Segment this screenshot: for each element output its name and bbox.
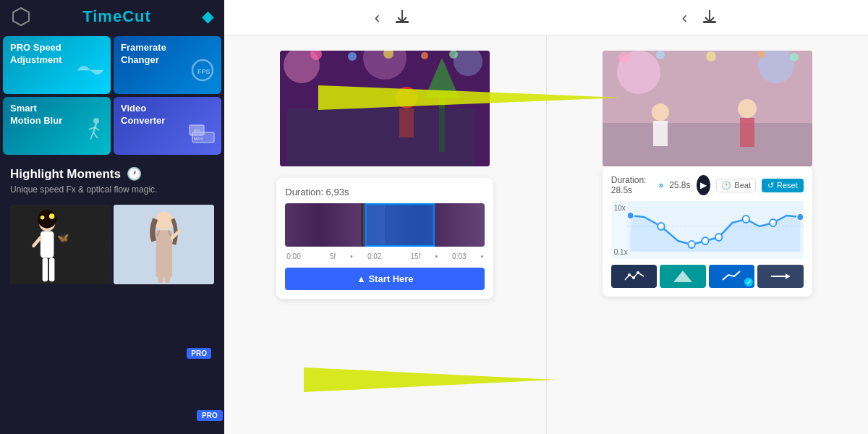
- main-content: ‹ ‹: [224, 0, 868, 434]
- svg-marker-79: [673, 271, 692, 282]
- svg-point-62: [706, 51, 716, 61]
- feature-icon-smart-blur: [76, 115, 105, 149]
- speed-duration-label: Duration: 28.5s: [611, 175, 653, 195]
- svg-rect-18: [49, 258, 54, 282]
- app-title: TimeCut: [82, 7, 151, 26]
- feature-icon-pro-speed: [76, 58, 105, 88]
- speed-editor: Duration: 28.5s » 25.8s ▶ 🕐 Beat ↺ Reset: [603, 166, 812, 297]
- highlight-image-left: 🦋: [10, 205, 111, 284]
- timeline-selection: [365, 203, 435, 247]
- timeline-frame-1: [285, 203, 318, 247]
- pro-badge-overlay: PRO: [197, 410, 223, 421]
- speed-header: Duration: 28.5s » 25.8s ▶ 🕐 Beat ↺ Reset: [611, 175, 804, 195]
- highlight-image-right: [114, 205, 215, 284]
- speed-duration-value: 25.8s: [669, 180, 690, 190]
- download-icon-right[interactable]: [702, 8, 718, 28]
- svg-point-58: [738, 99, 757, 118]
- category-hero[interactable]: ✓: [709, 265, 755, 288]
- svg-point-21: [41, 216, 45, 220]
- svg-rect-35: [703, 21, 716, 23]
- svg-rect-46: [287, 109, 475, 166]
- svg-rect-17: [43, 258, 48, 282]
- svg-point-4: [93, 118, 99, 124]
- svg-point-20: [49, 213, 54, 218]
- feature-grid: PRO SpeedAdjustment FramerateChanger FPS…: [0, 33, 224, 158]
- right-panel: Duration: 28.5s » 25.8s ▶ 🕐 Beat ↺ Reset: [546, 36, 869, 434]
- clock-icon: 🕐: [127, 166, 142, 182]
- speed-y-min: 0.1x: [614, 248, 628, 256]
- svg-rect-30: [164, 259, 169, 283]
- speed-arrow-icon: »: [658, 180, 663, 190]
- svg-text:🦋: 🦋: [57, 231, 69, 244]
- svg-point-44: [396, 87, 417, 109]
- svg-point-76: [628, 273, 631, 276]
- timeline-strip[interactable]: [285, 203, 485, 247]
- svg-point-61: [656, 51, 665, 59]
- svg-rect-16: [41, 231, 54, 258]
- svg-rect-14: [10, 205, 111, 284]
- right-topbar-section: ‹: [546, 8, 854, 28]
- svg-rect-33: [396, 21, 409, 23]
- app-hex-icon: [10, 6, 32, 27]
- party-scene-left: [280, 51, 490, 166]
- svg-marker-0: [13, 8, 29, 25]
- speed-reset-button[interactable]: ↺ Reset: [762, 179, 804, 192]
- svg-point-63: [758, 51, 765, 58]
- speed-y-max: 10x: [614, 204, 628, 212]
- feature-card-video-converter[interactable]: VideoConverter MP4 AVI: [114, 97, 221, 155]
- svg-point-56: [652, 103, 669, 121]
- svg-line-6: [90, 132, 93, 140]
- timeline-ruler: 0:00 5f • 0:02 15f • 0:03 •: [285, 252, 485, 260]
- svg-text:MP4: MP4: [194, 137, 203, 141]
- timeline-container: Duration: 6,93s 0:0: [276, 178, 493, 299]
- speed-play-button[interactable]: ▶: [697, 175, 711, 195]
- speed-chart: 10x 0.1x: [611, 201, 804, 259]
- svg-point-19: [38, 210, 56, 229]
- feature-card-pro-speed[interactable]: PRO SpeedAdjustment: [3, 36, 111, 94]
- svg-point-25: [154, 211, 173, 230]
- reset-icon: ↺: [767, 181, 774, 190]
- content-wrapper: Duration: 6,93s 0:0: [224, 36, 868, 434]
- main-topbar: ‹ ‹: [224, 0, 868, 36]
- category-custom[interactable]: [611, 265, 658, 288]
- category-bullet[interactable]: [757, 265, 804, 288]
- feature-icon-framerate: FPS: [190, 58, 216, 88]
- category-montage[interactable]: [660, 265, 706, 288]
- highlight-title: Highlight Moments 🕐: [10, 166, 214, 182]
- svg-rect-57: [653, 121, 668, 146]
- svg-point-60: [618, 52, 630, 64]
- speed-category-bar: ✓: [611, 265, 804, 288]
- svg-point-77: [632, 276, 635, 279]
- feature-card-framerate[interactable]: FramerateChanger FPS: [114, 36, 221, 94]
- pro-badge: PRO: [187, 348, 211, 359]
- svg-point-48: [348, 52, 357, 61]
- back-icon-left[interactable]: ‹: [375, 9, 380, 27]
- svg-text:AVI: AVI: [194, 128, 200, 132]
- beat-icon: 🕐: [721, 181, 731, 190]
- svg-line-7: [93, 132, 98, 138]
- video-thumbnail-right: [603, 51, 812, 166]
- timeline-duration: Duration: 6,93s: [285, 187, 485, 197]
- video-thumbnail-left: [280, 51, 490, 166]
- svg-marker-81: [786, 273, 790, 279]
- feature-card-smart-blur[interactable]: SmartMotion Blur: [3, 97, 111, 155]
- party-scene-right: [603, 51, 812, 166]
- svg-rect-59: [740, 118, 754, 147]
- sidebar-header: TimeCut ◆: [0, 0, 224, 33]
- timeline-playhead: [361, 203, 363, 247]
- download-icon-left[interactable]: [394, 8, 410, 28]
- highlight-section: Highlight Moments 🕐 Unique speed Fx & op…: [0, 158, 224, 199]
- svg-text:FPS: FPS: [197, 68, 210, 75]
- svg-point-64: [790, 53, 799, 61]
- highlight-images: 🦋 PRO: [0, 205, 224, 294]
- svg-point-78: [637, 271, 639, 274]
- svg-point-50: [421, 52, 428, 59]
- start-here-button[interactable]: ▲ Start Here: [285, 268, 485, 290]
- svg-rect-55: [603, 123, 812, 166]
- back-icon-right[interactable]: ‹: [682, 9, 687, 27]
- highlight-subtitle: Unique speed Fx & optical flow magic.: [10, 184, 214, 195]
- svg-rect-29: [158, 259, 163, 283]
- speed-beat-toggle[interactable]: 🕐 Beat: [716, 179, 756, 192]
- diamond-icon: ◆: [202, 7, 214, 26]
- left-topbar-section: ‹: [239, 8, 546, 28]
